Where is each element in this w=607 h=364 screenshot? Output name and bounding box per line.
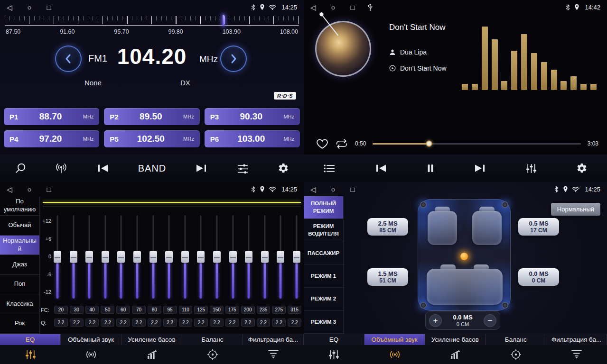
seek-bar[interactable] bbox=[373, 143, 580, 145]
preset-button-p4[interactable]: P4 97.20 MHz bbox=[4, 130, 99, 147]
tab-balance[interactable]: Баланс bbox=[182, 334, 243, 345]
balance-tab-icon-cell[interactable] bbox=[182, 345, 243, 364]
eq-band-slider[interactable] bbox=[101, 215, 110, 299]
back-button[interactable]: ◁ bbox=[7, 4, 12, 11]
eq-band-slider[interactable] bbox=[213, 215, 221, 299]
tab-filter[interactable]: Фильтрация ба... bbox=[546, 334, 607, 345]
eq-band-slider[interactable] bbox=[85, 215, 93, 299]
rear-right-delay[interactable]: 0.0 MS 0 CM bbox=[518, 268, 559, 286]
eq-band-slider[interactable] bbox=[117, 215, 125, 299]
eq-slider-knob[interactable] bbox=[54, 251, 61, 263]
home-button[interactable]: ○ bbox=[331, 4, 336, 11]
recents-button[interactable]: □ bbox=[47, 4, 51, 11]
eq-tab-icon-cell[interactable] bbox=[304, 345, 364, 364]
mode-1[interactable]: РЕЖИМ 1 bbox=[304, 265, 343, 288]
tab-eq[interactable]: EQ bbox=[0, 334, 61, 345]
eq-slider-knob[interactable] bbox=[245, 251, 252, 263]
eq-preset-classic[interactable]: Классика bbox=[0, 294, 39, 314]
eq-slider-knob[interactable] bbox=[165, 251, 173, 263]
preset-button-p3[interactable]: P3 90.30 MHz bbox=[205, 108, 300, 125]
eq-slider-knob[interactable] bbox=[261, 251, 269, 263]
eq-preset-pop[interactable]: Поп bbox=[0, 275, 39, 294]
mode-driver[interactable]: РЕЖИМ ВОДИТЕЛЯ bbox=[304, 219, 343, 242]
preset-button-p2[interactable]: P2 89.50 MHz bbox=[104, 108, 199, 125]
mode-3[interactable]: РЕЖИМ 3 bbox=[304, 311, 343, 334]
rear-left-delay[interactable]: 1.5 MS 51 CM bbox=[367, 268, 408, 286]
next-station-icon[interactable] bbox=[196, 164, 208, 173]
eq-band-slider[interactable] bbox=[229, 215, 237, 299]
favorite-heart-icon[interactable] bbox=[316, 138, 328, 149]
tab-bass-boost[interactable]: Усиление басов bbox=[425, 334, 486, 345]
broadcast-icon[interactable] bbox=[55, 163, 67, 174]
mode-2[interactable]: РЕЖИМ 2 bbox=[304, 288, 343, 310]
eq-slider-knob[interactable] bbox=[102, 251, 109, 263]
settings-gear-icon[interactable] bbox=[576, 163, 588, 174]
filter-tab-icon-cell[interactable] bbox=[546, 345, 607, 364]
tab-surround[interactable]: Объёмный звук bbox=[364, 334, 425, 345]
eq-tab-icon-cell[interactable] bbox=[0, 345, 61, 364]
preset-button-p1[interactable]: P1 88.70 MHz bbox=[4, 108, 99, 125]
tab-surround[interactable]: Объёмный звук bbox=[61, 334, 121, 345]
eq-band-slider[interactable] bbox=[244, 215, 253, 299]
band-button[interactable]: BAND bbox=[138, 163, 167, 174]
eq-band-slider[interactable] bbox=[276, 215, 285, 299]
eq-preset-rock[interactable]: Рок bbox=[0, 314, 39, 334]
front-right-delay[interactable]: 0.5 MS 17 CM bbox=[518, 218, 559, 236]
mode-passenger[interactable]: ПАССАЖИР bbox=[304, 242, 343, 265]
tuner-pointer[interactable] bbox=[223, 15, 224, 26]
filter-tab-icon-cell[interactable] bbox=[243, 345, 304, 364]
previous-station-icon[interactable] bbox=[96, 164, 109, 173]
home-button[interactable]: ○ bbox=[331, 186, 336, 193]
front-left-delay[interactable]: 2.5 MS 85 CM bbox=[367, 218, 408, 236]
surround-tab-icon-cell[interactable] bbox=[364, 345, 425, 364]
eq-band-slider[interactable] bbox=[53, 215, 62, 299]
equalizer-faders-icon[interactable] bbox=[526, 163, 537, 174]
eq-slider-knob[interactable] bbox=[181, 251, 189, 263]
tab-eq[interactable]: EQ bbox=[304, 334, 364, 345]
previous-track-icon[interactable] bbox=[374, 164, 387, 173]
tab-balance[interactable]: Баланс bbox=[486, 334, 546, 345]
eq-band-slider[interactable] bbox=[69, 215, 78, 299]
pause-button-icon[interactable] bbox=[426, 164, 435, 173]
mode-full[interactable]: ПОЛНЫЙ РЕЖИМ bbox=[304, 196, 343, 219]
decrease-delay-button[interactable]: − bbox=[484, 314, 496, 327]
eq-slider-knob[interactable] bbox=[133, 251, 141, 263]
eq-preset-jazz[interactable]: Джаз bbox=[0, 255, 39, 274]
tab-bass-boost[interactable]: Усиление басов bbox=[121, 334, 182, 345]
eq-slider-knob[interactable] bbox=[85, 251, 93, 263]
back-button[interactable]: ◁ bbox=[310, 186, 316, 193]
increase-delay-button[interactable]: + bbox=[429, 314, 442, 327]
eq-slider-knob[interactable] bbox=[277, 251, 284, 263]
eq-slider-knob[interactable] bbox=[149, 251, 157, 263]
eq-band-slider[interactable] bbox=[261, 215, 269, 299]
settings-gear-icon[interactable] bbox=[278, 163, 289, 174]
eq-slider-knob[interactable] bbox=[293, 251, 300, 263]
back-button[interactable]: ◁ bbox=[310, 4, 316, 11]
eq-slider-knob[interactable] bbox=[197, 251, 205, 263]
back-button[interactable]: ◁ bbox=[7, 186, 12, 193]
next-track-icon[interactable] bbox=[474, 164, 486, 173]
surround-preset-badge[interactable]: Нормальный bbox=[551, 203, 600, 216]
eq-preset-normal[interactable]: Нормальный bbox=[0, 236, 39, 255]
balance-tab-icon-cell[interactable] bbox=[486, 345, 546, 364]
eq-band-slider[interactable] bbox=[133, 215, 141, 299]
eq-preset-default[interactable]: По умолчанию bbox=[0, 196, 39, 216]
home-button[interactable]: ○ bbox=[28, 4, 32, 11]
preset-button-p5[interactable]: P5 102.50 MHz bbox=[104, 130, 199, 147]
eq-band-slider[interactable] bbox=[165, 215, 173, 299]
preset-button-p6[interactable]: P6 103.00 MHz bbox=[205, 130, 300, 147]
recents-button[interactable]: □ bbox=[351, 186, 355, 193]
tab-filter[interactable]: Фильтрация ба... bbox=[243, 334, 304, 345]
listening-position-dot[interactable] bbox=[460, 253, 468, 260]
home-button[interactable]: ○ bbox=[28, 186, 32, 193]
progress-knob[interactable] bbox=[426, 141, 432, 147]
eq-preset-custom[interactable]: Обычай bbox=[0, 216, 39, 235]
eq-slider-knob[interactable] bbox=[70, 251, 77, 263]
repeat-icon[interactable] bbox=[335, 138, 348, 149]
tune-up-button[interactable] bbox=[220, 46, 247, 72]
bass-boost-tab-icon-cell[interactable] bbox=[425, 345, 486, 364]
eq-band-slider[interactable] bbox=[196, 215, 205, 299]
scan-icon[interactable] bbox=[15, 163, 26, 174]
tune-down-button[interactable] bbox=[55, 46, 82, 72]
recents-button[interactable]: □ bbox=[47, 186, 51, 193]
